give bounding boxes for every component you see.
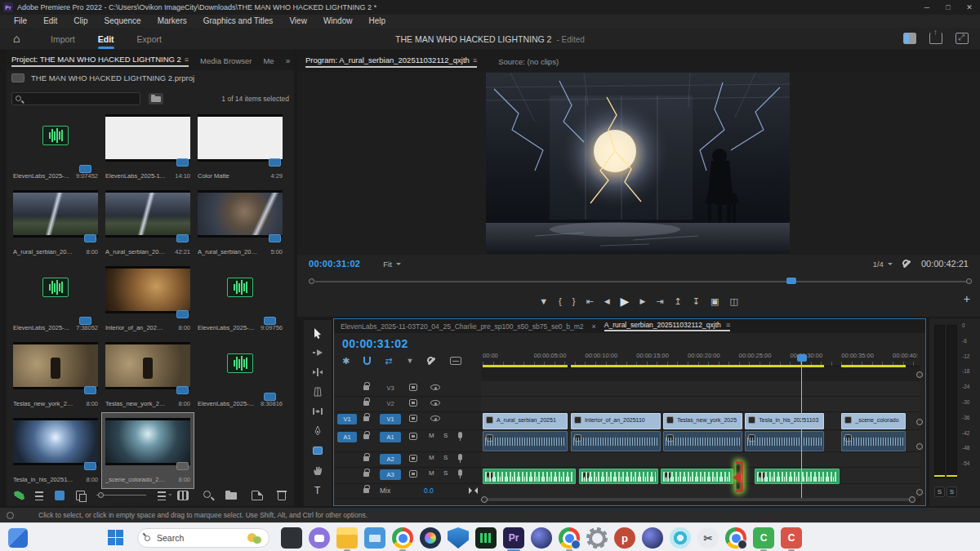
project-item[interactable]: Teslas_new_york_202...8:00 [10, 337, 101, 412]
panel-menu-icon[interactable]: ≡ [473, 56, 477, 64]
lift-icon[interactable]: ↥ [675, 292, 682, 310]
taskbar-search[interactable]: Search [137, 528, 270, 548]
ripple-edit-tool[interactable] [311, 366, 324, 378]
menu-help[interactable]: Help [361, 15, 393, 28]
toggle-track-output-icon[interactable] [430, 384, 440, 390]
menu-file[interactable]: File [7, 15, 34, 28]
time-ruler[interactable]: 00:0000:00:05:0000:00:10:0000:00:15:0000… [481, 347, 920, 367]
tab-overflow-icon[interactable]: » [286, 56, 291, 65]
mute-button[interactable]: M [429, 432, 434, 439]
track-lane[interactable] [481, 397, 920, 412]
track-target-a2[interactable]: A2 [380, 454, 401, 464]
timeline-tab-inactive[interactable]: ElevenLabs_2025-11-03T20_04_25_Charlie_p… [341, 322, 584, 331]
export-frame-icon[interactable]: ▣ [710, 292, 719, 310]
project-item[interactable]: ElevenLabs_2025-...9:07452 [10, 109, 101, 184]
comparison-view-icon[interactable]: ◫ [729, 292, 737, 310]
fullscreen-icon[interactable] [956, 33, 969, 44]
scrubber-track[interactable] [314, 281, 967, 282]
vertical-scroll-handle[interactable] [916, 371, 923, 378]
mix-value[interactable]: 0.0 [424, 487, 434, 495]
scrollbar-handle[interactable] [481, 496, 488, 503]
taskbar-app-chrome-profile-3[interactable] [725, 527, 746, 549]
track-lock-icon[interactable] [363, 488, 369, 493]
toggle-track-output-icon[interactable] [430, 415, 440, 421]
menu-markers[interactable]: Markers [150, 15, 194, 28]
tab-source[interactable]: Source: (no clips) [498, 57, 559, 66]
list-view-icon[interactable] [35, 491, 43, 500]
audio-clip[interactable] [745, 431, 824, 451]
project-item[interactable]: A_rural_serbian_2025...8:00 [10, 185, 101, 260]
menu-edit[interactable]: Edit [36, 15, 65, 28]
mark-in-icon[interactable]: { [559, 292, 562, 310]
add-marker-icon[interactable]: ▼ [539, 292, 548, 310]
close-tab-icon[interactable]: × [592, 322, 596, 331]
maximize-button[interactable]: □ [938, 0, 959, 15]
voiceover-clip[interactable] [579, 469, 658, 484]
delete-icon[interactable] [278, 492, 286, 500]
sync-lock-icon[interactable] [409, 384, 417, 391]
taskbar-app-sphere[interactable] [531, 527, 552, 549]
solo-right-button[interactable]: S [947, 487, 957, 497]
new-bin-icon[interactable] [225, 492, 237, 500]
new-item-icon[interactable] [252, 491, 263, 500]
fit-dropdown[interactable]: Fit [383, 260, 401, 269]
play-icon[interactable]: ▶ [621, 292, 630, 310]
track-lock-icon[interactable] [363, 401, 369, 406]
track-lock-icon[interactable] [363, 472, 369, 477]
tab-program[interactable]: Program: A_rural_serbian_202511032112_qx… [305, 56, 477, 68]
project-item[interactable]: ElevenLabs_2025-11-...14:10 [102, 109, 194, 184]
search-input[interactable] [11, 92, 140, 105]
find-icon[interactable] [203, 491, 211, 498]
vertical-scroll-handle[interactable] [916, 419, 923, 425]
freeform-view-icon[interactable] [76, 491, 86, 500]
project-item[interactable]: Color Matte4:29 [194, 109, 286, 184]
taskbar-app-camtasia[interactable]: C [753, 527, 774, 549]
track-lock-icon[interactable] [363, 434, 369, 439]
playback-resolution-dropdown[interactable]: 1/4 [873, 260, 893, 269]
taskbar-app-snipping[interactable]: ✂ [697, 527, 719, 549]
type-tool[interactable]: T [311, 483, 324, 495]
video-clip[interactable]: _scene_colorado [841, 413, 906, 429]
go-to-out-icon[interactable]: ⇥ [656, 292, 663, 310]
tab-more[interactable]: Me [263, 56, 274, 65]
voiceover-clip[interactable] [661, 469, 733, 484]
track-lock-icon[interactable] [363, 456, 369, 461]
sync-lock-icon[interactable] [409, 455, 417, 462]
toggle-track-output-icon[interactable] [430, 400, 440, 406]
project-item[interactable]: ElevenLabs_2025-...8:30816 [194, 337, 286, 412]
voiceover-clip[interactable] [483, 469, 576, 484]
taskbar-app-chrome-profile-2[interactable] [559, 527, 580, 549]
track-target-v1[interactable]: V1 [380, 414, 401, 424]
audio-clip[interactable] [841, 431, 906, 451]
taskbar-app-defender[interactable] [448, 527, 469, 549]
video-clip[interactable]: Teslas_new_york_2025 [663, 413, 742, 429]
voiceover-clip[interactable] [755, 469, 840, 484]
audio-clip[interactable] [571, 431, 661, 451]
step-forward-icon[interactable]: ▶ [639, 292, 645, 310]
settings-wrench-icon[interactable] [902, 260, 911, 269]
mode-edit[interactable]: Edit [90, 28, 122, 51]
sync-lock-icon[interactable] [409, 433, 417, 440]
sync-lock-icon[interactable] [409, 415, 417, 422]
go-to-in-icon[interactable]: ⇤ [586, 292, 593, 310]
mode-import[interactable]: Import [42, 28, 83, 51]
track-select-forward-tool[interactable] [311, 346, 324, 358]
track-lane[interactable] [481, 452, 920, 468]
project-item[interactable]: A_rural_serbian_202...42:21 [102, 185, 194, 260]
solo-button[interactable]: S [443, 454, 448, 461]
zoom-slider[interactable] [96, 491, 145, 500]
home-icon[interactable]: ⌂ [13, 32, 20, 45]
mute-button[interactable]: M [429, 469, 434, 477]
tab-media-browser[interactable]: Media Browser [200, 56, 252, 65]
panel-menu-icon[interactable]: ≡ [726, 321, 730, 329]
audio-clip[interactable] [483, 431, 568, 451]
track-target-a3[interactable]: A3 [380, 469, 401, 480]
project-item[interactable]: ElevenLabs_2025-...7:38052 [10, 261, 101, 336]
mute-button[interactable]: M [429, 454, 434, 461]
voiceover-record-icon[interactable] [458, 454, 462, 460]
program-timecode[interactable]: 00:00:31:02 [309, 259, 360, 269]
sync-lock-icon[interactable] [409, 470, 417, 478]
taskbar-app-recorder[interactable] [475, 527, 497, 549]
track-target-v3[interactable]: V3 [380, 383, 401, 393]
icon-view-icon[interactable] [55, 491, 64, 500]
